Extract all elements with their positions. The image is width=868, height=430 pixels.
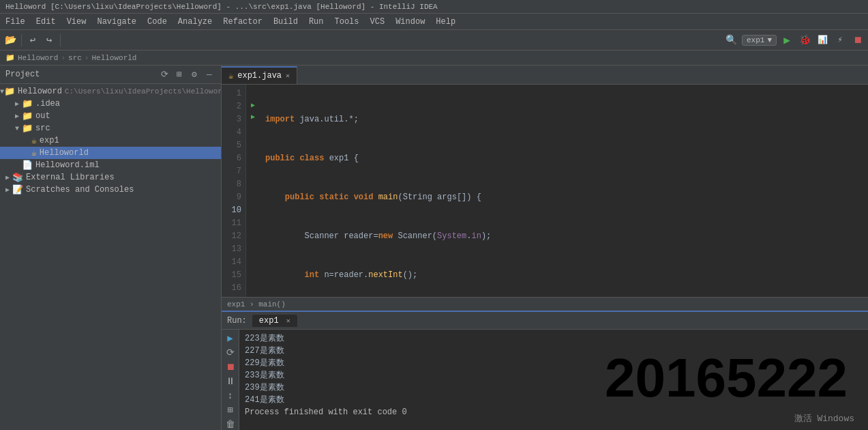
tree-label-helloword: Helloword [18, 87, 62, 96]
menu-item-view[interactable]: View [61, 14, 92, 29]
activate-windows: 激活 Windows [794, 412, 854, 425]
menu-item-help[interactable]: Help [430, 14, 461, 29]
tree-item-helloword-iml[interactable]: 📄 Helloword.iml [0, 159, 221, 171]
tree-label-exp1: exp1 [40, 136, 59, 145]
tree-arrow-scratches: ▶ [3, 186, 12, 194]
gutter-13 [246, 227, 260, 239]
sidebar-settings-btn[interactable]: ⚙ [188, 68, 200, 81]
tree-item-src[interactable]: ▼ 📁 src [0, 122, 221, 134]
menu-item-build[interactable]: Build [268, 14, 303, 29]
debug-button[interactable]: 🐞 [797, 33, 812, 48]
toolbar: 📂 ↩ ↪ 🔍 exp1 ▼ ▶ 🐞 📊 ⚡ ⏹ [0, 30, 868, 51]
output-line-3: 229是素数 [245, 357, 863, 369]
run-play-btn[interactable]: ▶ [224, 332, 237, 344]
menu-item-run[interactable]: Run [303, 14, 329, 29]
breadcrumb-icon: 📁 [5, 53, 15, 62]
sidebar-hide-btn[interactable]: — [203, 68, 215, 81]
menu-item-refactor[interactable]: Refactor [218, 14, 268, 29]
run-config-selector[interactable]: exp1 ▼ [742, 35, 777, 46]
run-tab-close[interactable]: ✕ [286, 317, 290, 325]
tab-label-exp1: exp1.java [237, 71, 282, 81]
run-filter-btn[interactable]: ⊞ [224, 404, 237, 416]
profile-button[interactable]: ⚡ [833, 33, 848, 48]
gutter-3[interactable]: ▶ [246, 111, 260, 122]
code-content[interactable]: import java.util.*; public class exp1 { … [260, 85, 868, 297]
title-text: Helloword [C:\Users\lixu\IdeaProjects\He… [5, 3, 438, 11]
gutter-9 [246, 181, 260, 192]
tree-item-helloworld[interactable]: ☕ Helloworld [0, 147, 221, 159]
tab-exp1[interactable]: ☕ exp1.java ✕ [222, 66, 297, 84]
toolbar-search-btn[interactable]: 🔍 [724, 33, 739, 48]
toolbar-folder-btn[interactable]: 📂 [3, 33, 18, 48]
tab-close-exp1[interactable]: ✕ [286, 72, 290, 80]
gutter-12 [246, 216, 260, 227]
code-line-2: public class exp1 { [265, 152, 863, 165]
tree-label-helloworld: Helloworld [40, 148, 89, 158]
stop-button[interactable]: ⏹ [850, 33, 865, 48]
run-rerun-btn[interactable]: ⟳ [224, 347, 237, 358]
menu-item-analyze[interactable]: Analyze [173, 14, 218, 29]
run-scroll-btn[interactable]: ↕ [224, 390, 237, 401]
run-tab-label: exp1 [259, 316, 279, 326]
line-numbers: 1 2 3 4 5 6 7 8 9 10 11 12 13 14 15 16 1… [222, 85, 246, 297]
tree-arrow-src: ▼ [12, 125, 22, 132]
output-line-2: 227是素数 [245, 345, 863, 357]
tree-icon-ext-libs: 📚 [12, 172, 23, 183]
menu-item-navigate[interactable]: Navigate [91, 14, 142, 29]
run-tab-exp1[interactable]: exp1 ✕ [252, 315, 297, 327]
run-content: ▶ ⟳ ⏹ ⏸ ↕ ⊞ 🗑 223是素数 227是素数 229是素数 233是素… [222, 330, 868, 430]
run-config-label: exp1 [747, 36, 764, 44]
gutter-18 [246, 285, 260, 297]
breadcrumb-src[interactable]: src [68, 54, 82, 62]
output-line-5: 239是素数 [245, 382, 863, 394]
tree-item-exp1[interactable]: ☕ exp1 [0, 134, 221, 147]
line-num-10: 10 [226, 204, 241, 217]
tree-icon-src: 📁 [22, 123, 33, 134]
line-num-9: 9 [226, 191, 241, 204]
sidebar-expand-btn[interactable]: ⊞ [173, 68, 185, 81]
line-num-2: 2 [226, 100, 241, 113]
editor-area: ☕ exp1.java ✕ 1 2 3 4 5 6 7 8 9 10 11 12… [222, 66, 868, 430]
tree-item-scratches[interactable]: ▶ 📝 Scratches and Consoles [0, 184, 221, 196]
line-num-13: 13 [226, 243, 241, 256]
tab-icon-exp1: ☕ [228, 71, 233, 81]
gutter-8 [246, 169, 260, 180]
menu-item-edit[interactable]: Edit [31, 14, 61, 29]
line-num-8: 8 [226, 178, 241, 191]
run-clear-btn[interactable]: 🗑 [224, 418, 237, 430]
gutter-16 [246, 262, 260, 274]
menu-item-tools[interactable]: Tools [329, 14, 365, 29]
line-num-7: 7 [226, 165, 241, 178]
line-num-1: 1 [226, 87, 241, 100]
tree-item-idea[interactable]: ▶ 📁 .idea [0, 98, 221, 110]
gutter-2[interactable]: ▶ [246, 99, 260, 111]
tree-item-helloword[interactable]: ▼ 📁 Helloword C:\Users\lixu\IdeaProjects… [0, 85, 221, 98]
coverage-button[interactable]: 📊 [815, 33, 830, 48]
sidebar-tree: ▼ 📁 Helloword C:\Users\lixu\IdeaProjects… [0, 84, 221, 430]
sidebar: Project ⟳ ⊞ ⚙ — ▼ 📁 Helloword C:\Users\l… [0, 66, 222, 430]
tree-icon-out: 📁 [22, 111, 33, 121]
gutter-4 [246, 122, 260, 134]
code-breadcrumb: exp1 › main() [222, 297, 868, 311]
menu-item-code[interactable]: Code [142, 14, 173, 29]
line-num-16: 16 [226, 282, 241, 295]
breadcrumb-helloworld[interactable]: Helloworld [91, 54, 136, 62]
run-pause-btn[interactable]: ⏸ [224, 375, 237, 387]
run-stop-btn[interactable]: ⏹ [224, 361, 237, 373]
tree-icon-idea: 📁 [22, 98, 33, 109]
tree-item-ext-libs[interactable]: ▶ 📚 External Libraries [0, 171, 221, 184]
gutter: ▶ ▶ [246, 85, 260, 297]
code-line-5: int n=reader.nextInt(); [265, 269, 863, 282]
toolbar-redo-btn[interactable]: ↪ [42, 33, 57, 48]
breadcrumb-helloword[interactable]: Helloword [18, 54, 58, 62]
line-num-6: 6 [226, 152, 241, 165]
sidebar-sync-btn[interactable]: ⟳ [158, 68, 170, 81]
run-button[interactable]: ▶ [779, 33, 794, 48]
code-editor[interactable]: 1 2 3 4 5 6 7 8 9 10 11 12 13 14 15 16 1… [222, 85, 868, 297]
menu-item-window[interactable]: Window [390, 14, 430, 29]
menu-item-vcs[interactable]: VCS [365, 14, 391, 29]
toolbar-undo-btn[interactable]: ↩ [25, 33, 40, 48]
tree-item-out[interactable]: ▶ 📁 out [0, 110, 221, 122]
tree-icon-exp1: ☕ [31, 135, 37, 146]
menu-item-file[interactable]: File [0, 14, 31, 29]
